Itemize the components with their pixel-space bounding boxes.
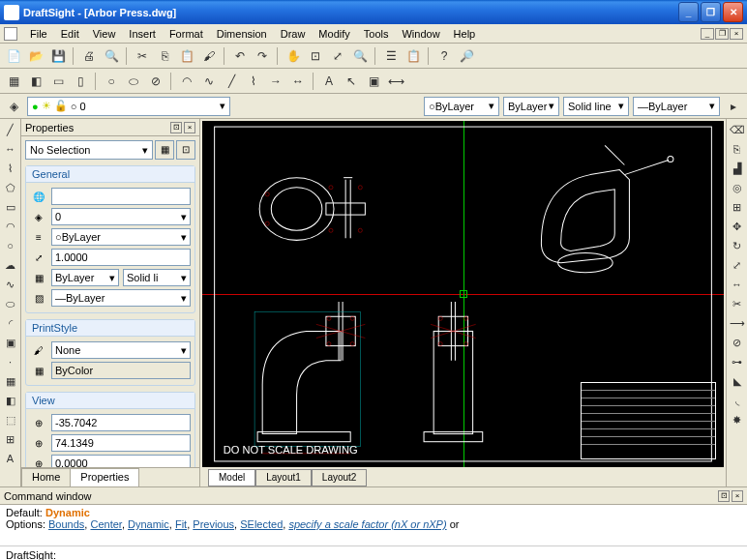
layer-tool-icon[interactable]: ◈ (4, 97, 23, 116)
linestyle-combo[interactable]: Solid line▾ (563, 97, 629, 116)
sel-btn2[interactable]: ⊡ (176, 140, 195, 160)
view-x[interactable]: -35.7042 (51, 414, 191, 431)
cmd-close-icon[interactable]: × (732, 490, 743, 502)
xline-icon[interactable]: ↔ (288, 72, 308, 91)
trim-icon[interactable]: ✂ (729, 295, 746, 312)
opt-fit[interactable]: Fit (175, 518, 187, 530)
join-icon[interactable]: ⊶ (729, 353, 746, 370)
dim-icon[interactable]: ⟷ (386, 72, 405, 91)
menu-file[interactable]: File (23, 26, 54, 42)
tab-model[interactable]: Model (208, 469, 255, 486)
polygon-tool-icon[interactable]: ⬠ (2, 179, 19, 196)
block-tool-icon[interactable]: ▣ (2, 334, 19, 351)
tab-layout2[interactable]: Layout2 (312, 469, 368, 486)
scale-tool-icon[interactable]: ⤢ (729, 256, 746, 274)
sel-btn1[interactable]: ▦ (155, 140, 174, 160)
lwb-field[interactable]: Solid li▾ (123, 269, 191, 286)
layer-field[interactable]: 0▾ (51, 208, 191, 225)
break-tool-icon[interactable]: ⊘ (729, 334, 746, 351)
minimize-button[interactable]: _ (678, 2, 699, 22)
hatch-tool-icon[interactable]: ▦ (2, 372, 19, 390)
mdi-close[interactable]: × (730, 28, 743, 40)
pan-icon[interactable]: ✋ (284, 46, 303, 66)
gradient-tool-icon[interactable]: ◧ (2, 392, 19, 409)
fillet-icon[interactable]: ◟ (729, 392, 746, 409)
menu-dimension[interactable]: Dimension (210, 26, 274, 42)
rect2-icon[interactable]: ▯ (71, 72, 90, 91)
color-field[interactable] (51, 188, 191, 205)
array-icon[interactable]: ⊞ (729, 198, 746, 216)
menu-draw[interactable]: Draw (274, 26, 313, 42)
tab-layout1[interactable]: Layout1 (255, 469, 312, 486)
maximize-button[interactable]: ❐ (701, 2, 721, 22)
color-combo[interactable]: ○ ByLayer▾ (424, 97, 499, 116)
erase-icon[interactable]: ⌫ (729, 121, 746, 138)
clipboard-icon[interactable]: 📋 (403, 46, 423, 66)
lwa-field[interactable]: ByLayer▾ (51, 269, 119, 286)
ray-icon[interactable]: → (266, 72, 285, 91)
arc-tool-icon[interactable]: ◠ (2, 218, 19, 235)
lineweight-combo[interactable]: — ByLayer▾ (633, 97, 720, 116)
cmd-pin-icon[interactable]: ⊡ (718, 490, 730, 502)
tab-properties[interactable]: Properties (70, 468, 139, 486)
menu-edit[interactable]: Edit (54, 26, 86, 42)
offset-icon[interactable]: ◎ (729, 179, 746, 196)
opt-selected[interactable]: SElected (240, 518, 283, 530)
polyline-tool-icon[interactable]: ⌇ (2, 160, 19, 177)
opt-previous[interactable]: Previous (193, 518, 234, 530)
paste-icon[interactable]: 📋 (177, 46, 196, 66)
open-icon[interactable]: 📂 (26, 46, 45, 66)
mtext-icon[interactable]: A (319, 72, 339, 91)
mtext-tool-icon[interactable]: A (2, 450, 19, 467)
polyline-icon[interactable]: ⌇ (244, 72, 263, 91)
view-z[interactable]: 0.0000 (51, 455, 191, 467)
panel-pin-icon[interactable]: ⊡ (170, 122, 182, 133)
revcloud-tool-icon[interactable]: ☁ (2, 256, 19, 274)
line-tool-icon[interactable]: ╱ (2, 121, 19, 138)
circle-icon[interactable]: ○ (102, 72, 121, 91)
move-icon[interactable]: ✥ (729, 218, 746, 235)
menu-window[interactable]: Window (395, 26, 446, 42)
gradient-icon[interactable]: ◧ (26, 72, 45, 91)
point-tool-icon[interactable]: · (2, 353, 19, 370)
rotate-icon[interactable]: ↻ (729, 237, 746, 254)
table-tool-icon[interactable]: ⊞ (2, 430, 19, 448)
extend-icon[interactable]: ⟶ (729, 314, 746, 332)
cut-icon[interactable]: ✂ (133, 46, 152, 66)
zoom-icon[interactable]: 🔍 (350, 46, 370, 66)
ellipse-tool-icon[interactable]: ⬭ (2, 295, 19, 312)
zoom-extents-icon[interactable]: ⤢ (328, 46, 347, 66)
circle-tool-icon[interactable]: ○ (2, 237, 19, 254)
bylayer-field[interactable]: — ByLayer▾ (51, 289, 191, 307)
hatch-icon[interactable]: ▦ (4, 72, 23, 91)
explode-icon[interactable]: ✸ (729, 411, 746, 428)
close-button[interactable]: ✕ (723, 2, 743, 22)
match-icon[interactable]: 🖌 (199, 46, 219, 66)
save-icon[interactable]: 💾 (48, 46, 68, 66)
menu-modify[interactable]: Modify (312, 26, 356, 42)
print-icon[interactable]: 🖨 (79, 46, 99, 66)
mirror-icon[interactable]: ▟ (729, 160, 746, 177)
opt-center[interactable]: Center (90, 518, 121, 530)
mdi-minimize[interactable]: _ (701, 28, 714, 40)
mdi-restore[interactable]: ❐ (715, 28, 729, 40)
layer-more-icon[interactable]: ▸ (724, 97, 743, 116)
menu-format[interactable]: Format (163, 26, 210, 42)
menu-insert[interactable]: Insert (122, 26, 163, 42)
linetype-combo[interactable]: ByLayer▾ (503, 97, 559, 116)
command-input[interactable]: DraftSight: (0, 545, 747, 560)
printstyle-field[interactable]: None▾ (51, 341, 191, 359)
copy-icon[interactable]: ⎘ (155, 46, 174, 66)
menu-view[interactable]: View (86, 26, 123, 42)
undo-icon[interactable]: ↶ (230, 46, 250, 66)
help-icon[interactable]: ? (434, 46, 454, 66)
drawing-canvas[interactable]: DO NOT SCALE DRAWING (202, 121, 724, 467)
layer-combo[interactable]: ● ☀ 🔓 ○ 0▾ (27, 97, 230, 116)
document-icon[interactable] (4, 27, 17, 41)
scale-field[interactable]: 1.0000 (51, 249, 191, 266)
rect-tool-icon[interactable]: ▭ (2, 198, 19, 216)
leader-icon[interactable]: ↖ (342, 72, 361, 91)
spline-icon[interactable]: ∿ (199, 72, 219, 91)
region-tool-icon[interactable]: ⬚ (2, 411, 19, 428)
break-icon[interactable]: ⊘ (146, 72, 165, 91)
